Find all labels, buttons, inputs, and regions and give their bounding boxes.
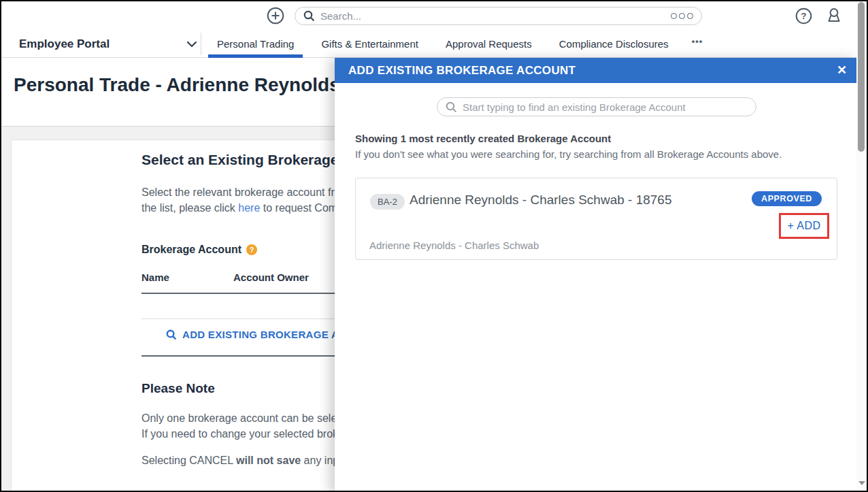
note-line3: Selecting CANCEL will not save any input (141, 455, 348, 467)
tab-gifts-entertainment[interactable]: Gifts & Entertainment (312, 30, 427, 58)
chevron-down-icon (186, 41, 197, 48)
record-id-badge: BA-2 (370, 194, 405, 210)
note-line2: If you need to change your selected brok… (141, 428, 344, 440)
search-options-icon[interactable] (671, 13, 693, 19)
note-line3-bold: will not save (236, 455, 301, 466)
note-line1: Only one brokerage account can be select (141, 412, 346, 425)
add-button[interactable]: + ADD (787, 220, 820, 232)
nav-divider (201, 33, 201, 55)
status-badge: APPROVED (752, 191, 822, 206)
help-icon[interactable]: ? (795, 7, 812, 24)
more-tabs-icon[interactable]: ••• (692, 30, 703, 46)
page-title: Personal Trade - Adrienne Reynolds (14, 74, 340, 96)
column-header-account-owner: Account Owner (233, 272, 309, 283)
brokerage-result-card: BA-2 Adrienne Reynolds - Charles Schwab … (355, 178, 837, 260)
scrollbar-thumb[interactable] (858, 2, 865, 152)
intro-text-pre: the list, please click (141, 202, 238, 214)
portal-name: Employee Portal (19, 37, 110, 51)
brokerage-search-input[interactable] (463, 101, 748, 113)
nav-tabs: Personal Trading Gifts & Entertainment A… (203, 30, 703, 58)
top-bar: ? (1, 1, 856, 30)
vertical-scrollbar[interactable] (856, 1, 867, 491)
column-header-name: Name (141, 272, 169, 283)
brokerage-account-label: Brokerage Account ? (141, 244, 257, 256)
add-button-highlight: + ADD (779, 213, 829, 239)
intro-text-post: to request Compl (260, 202, 346, 214)
request-compliance-link[interactable]: here (238, 202, 260, 214)
add-brokerage-modal: ADD EXISTING BROKERAGE ACCOUNT ✕ Showing… (335, 58, 858, 492)
app-window: ? Employee Portal Personal Trading Gifts… (0, 0, 868, 492)
tab-compliance-disclosures[interactable]: Compliance Disclosures (550, 30, 678, 58)
results-count-text: Showing 1 most recently created Brokerag… (355, 133, 611, 144)
portal-nav: Employee Portal Personal Trading Gifts &… (1, 30, 856, 58)
close-icon[interactable]: ✕ (837, 62, 847, 78)
intro-text-line2: the list, please click here to request C… (141, 202, 346, 214)
results-hint-text: If you don't see what you were searching… (355, 148, 782, 160)
brokerage-account-subtitle: Adrienne Reynolds - Charles Schwab (369, 240, 539, 251)
add-existing-brokerage-link[interactable]: ADD EXISTING BROKERAGE AC (166, 329, 346, 340)
search-input[interactable] (320, 10, 671, 22)
global-search (295, 7, 702, 25)
modal-header: ADD EXISTING BROKERAGE ACCOUNT ✕ (335, 58, 858, 83)
user-profile-icon[interactable] (824, 6, 844, 25)
please-note-heading: Please Note (141, 381, 215, 396)
tab-approval-requests[interactable]: Approval Requests (437, 30, 541, 58)
panel-heading: Select an Existing Brokerage (141, 152, 338, 168)
field-label-text: Brokerage Account (141, 244, 241, 256)
scroll-down-arrow-icon[interactable] (858, 481, 865, 485)
tab-personal-trading[interactable]: Personal Trading (208, 30, 303, 58)
field-help-icon[interactable]: ? (246, 244, 257, 255)
modal-title: ADD EXISTING BROKERAGE ACCOUNT (348, 64, 575, 78)
add-existing-label: ADD EXISTING BROKERAGE AC (182, 329, 346, 340)
brokerage-account-title[interactable]: Adrienne Reynolds - Charles Schwab - 187… (410, 193, 672, 208)
search-icon (303, 10, 315, 22)
note-line3-pre: Selecting CANCEL (141, 455, 236, 466)
modal-search (437, 97, 756, 116)
svg-text:?: ? (801, 11, 807, 21)
search-icon (166, 329, 177, 340)
portal-switcher[interactable]: Employee Portal (19, 30, 197, 58)
search-icon (446, 101, 457, 113)
create-new-icon[interactable] (267, 7, 284, 24)
intro-text-line1: Select the relevant brokerage account fr… (141, 186, 341, 199)
